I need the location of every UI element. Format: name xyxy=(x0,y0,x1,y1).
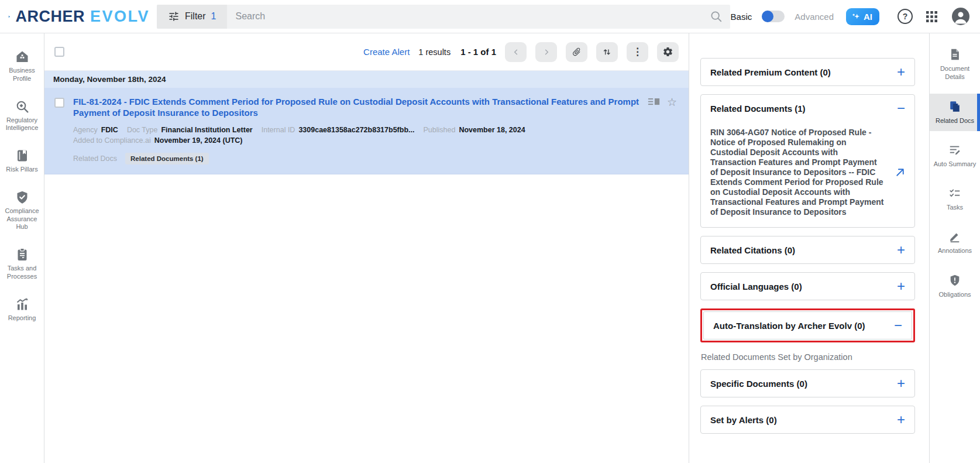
tab-label: Obligations xyxy=(938,290,971,299)
accordion-header[interactable]: Official Languages (0) xyxy=(701,273,914,300)
accordion-set-by-alerts: Set by Alerts (0) xyxy=(700,406,915,434)
attachments-button[interactable] xyxy=(566,42,587,62)
accordion-header[interactable]: Related Premium Content (0) xyxy=(701,59,914,85)
sidebar-item-business-profile[interactable]: Business Profile xyxy=(0,49,44,84)
toggle-knob xyxy=(762,11,773,22)
result-title-link[interactable]: FIL-81-2024 - FDIC Extends Comment Perio… xyxy=(73,96,639,118)
meta-label: Doc Type xyxy=(127,126,158,134)
home-blocks-icon xyxy=(15,50,29,64)
accordion-title: Related Citations (0) xyxy=(710,245,795,255)
filter-button[interactable]: Filter 1 xyxy=(157,5,227,29)
accordion-title: Official Languages (0) xyxy=(710,282,802,291)
create-alert-link[interactable]: Create Alert xyxy=(363,47,410,57)
tab-related-docs[interactable]: Related Docs xyxy=(930,94,980,131)
tab-label: Annotations xyxy=(938,246,972,255)
filter-label: Filter xyxy=(185,11,206,22)
sidebar-item-compliance-assurance-hub[interactable]: Compliance Assurance Hub xyxy=(0,189,44,232)
result-row[interactable]: FIL-81-2024 - FDIC Extends Comment Perio… xyxy=(44,88,689,174)
sidebar-item-regulatory-intelligence[interactable]: Regulatory Intelligence xyxy=(0,98,44,134)
basic-advanced-toggle[interactable] xyxy=(762,11,785,22)
pencil-icon xyxy=(948,230,961,243)
brand-arrow-icon xyxy=(8,8,10,25)
tab-label: Auto Summary xyxy=(934,160,976,168)
filter-count-badge: 1 xyxy=(211,11,216,22)
detail-view-icon[interactable] xyxy=(648,97,661,107)
expand-icon[interactable] xyxy=(897,414,905,426)
meta-label: Internal ID xyxy=(262,126,295,134)
sidebar-item-label: Tasks and Processes xyxy=(2,265,42,281)
tab-label: Document Details xyxy=(931,64,978,81)
search-input[interactable] xyxy=(227,5,710,29)
filter-sliders-icon xyxy=(168,11,180,22)
sidebar-item-label: Reporting xyxy=(8,314,36,323)
accordion-related-documents: Related Documents (1) RIN 3064-AG07 Noti… xyxy=(700,94,915,228)
sparkle-icon xyxy=(852,12,861,21)
app-window: ARCHER EVOLV Filter 1 Basic Advanced xyxy=(0,0,980,463)
sort-arrows-icon xyxy=(602,47,612,57)
related-docs-panel: Related Premium Content (0) Related Docu… xyxy=(689,33,929,463)
help-icon[interactable] xyxy=(898,9,913,24)
accordion-header[interactable]: Related Documents (1) xyxy=(701,95,914,122)
collapse-icon[interactable] xyxy=(894,320,902,331)
results-area: Create Alert 1 results 1 - 1 of 1 xyxy=(44,33,689,463)
document-icon xyxy=(948,48,961,61)
shield-exclamation-icon xyxy=(948,274,961,287)
app-grid-icon[interactable] xyxy=(926,11,937,22)
accordion-title: Specific Documents (0) xyxy=(710,379,807,389)
org-section-heading: Related Documents Set by Organization xyxy=(701,352,915,362)
tab-annotations[interactable]: Annotations xyxy=(930,224,980,261)
meta-value: November 18, 2024 xyxy=(459,126,525,134)
meta-label: Published xyxy=(423,126,455,134)
clipboard-icon xyxy=(15,248,29,262)
user-avatar[interactable] xyxy=(952,8,969,25)
expand-icon[interactable] xyxy=(897,378,905,389)
shield-check-icon xyxy=(15,190,29,204)
next-page-button[interactable] xyxy=(535,42,557,62)
result-checkbox[interactable] xyxy=(54,98,64,108)
related-docs-label: Related Docs xyxy=(73,155,117,163)
sidebar-item-reporting[interactable]: Reporting xyxy=(0,296,44,324)
accordion-title: Set by Alerts (0) xyxy=(710,415,777,425)
results-range: 1 - 1 of 1 xyxy=(460,47,496,57)
previous-page-button[interactable] xyxy=(505,42,527,62)
accordion-header[interactable]: Specific Documents (0) xyxy=(701,370,914,397)
accordion-official-languages: Official Languages (0) xyxy=(700,272,915,300)
results-count: 1 results xyxy=(418,47,451,57)
search-bar: Filter 1 xyxy=(157,5,730,29)
search-icon[interactable] xyxy=(710,10,723,23)
tab-document-details[interactable]: Document Details xyxy=(930,42,980,88)
accordion-header[interactable]: Related Citations (0) xyxy=(701,236,914,263)
expand-icon[interactable] xyxy=(897,280,905,292)
expand-icon[interactable] xyxy=(897,244,905,256)
external-link-icon[interactable] xyxy=(894,166,906,179)
checklist-icon xyxy=(948,187,961,200)
sort-button[interactable] xyxy=(596,42,618,62)
brand-name-secondary: EVOLV xyxy=(90,8,150,26)
sidebar-item-risk-pillars[interactable]: Risk Pillars xyxy=(0,148,44,175)
related-documents-chip[interactable]: Related Documents (1) xyxy=(125,153,209,164)
accordion-related-citations: Related Citations (0) xyxy=(700,236,915,264)
bar-chart-trend-icon xyxy=(15,297,29,311)
related-document-link-text[interactable]: RIN 3064-AG07 Notice of Proposed Rule - … xyxy=(710,128,886,217)
magnifier-target-icon xyxy=(15,100,29,114)
tab-label: Related Docs xyxy=(936,116,974,125)
more-options-button[interactable] xyxy=(627,42,648,62)
collapse-icon[interactable] xyxy=(897,102,905,114)
settings-button[interactable] xyxy=(657,42,679,62)
favorite-star-icon[interactable] xyxy=(667,97,677,108)
tab-tasks[interactable]: Tasks xyxy=(930,180,980,218)
red-highlight-box: Auto-Translation by Archer Evolv (0) xyxy=(700,308,915,342)
accordion-header[interactable]: Auto-Translation by Archer Evolv (0) xyxy=(704,312,912,339)
accordion-related-premium-content: Related Premium Content (0) xyxy=(700,58,915,86)
meta-value: FDIC xyxy=(101,126,118,134)
right-tool-rail: Document Details Related Docs Auto Summa… xyxy=(929,33,980,463)
meta-value: November 19, 2024 (UTC) xyxy=(154,136,243,145)
tab-obligations[interactable]: Obligations xyxy=(930,267,980,305)
select-all-checkbox[interactable] xyxy=(54,47,64,57)
sidebar-item-tasks-and-processes[interactable]: Tasks and Processes xyxy=(0,246,44,282)
tab-auto-summary[interactable]: Auto Summary xyxy=(930,137,980,174)
ai-button[interactable]: AI xyxy=(846,8,879,25)
accordion-specific-documents: Specific Documents (0) xyxy=(700,369,915,397)
accordion-header[interactable]: Set by Alerts (0) xyxy=(701,406,914,433)
expand-icon[interactable] xyxy=(897,66,905,78)
